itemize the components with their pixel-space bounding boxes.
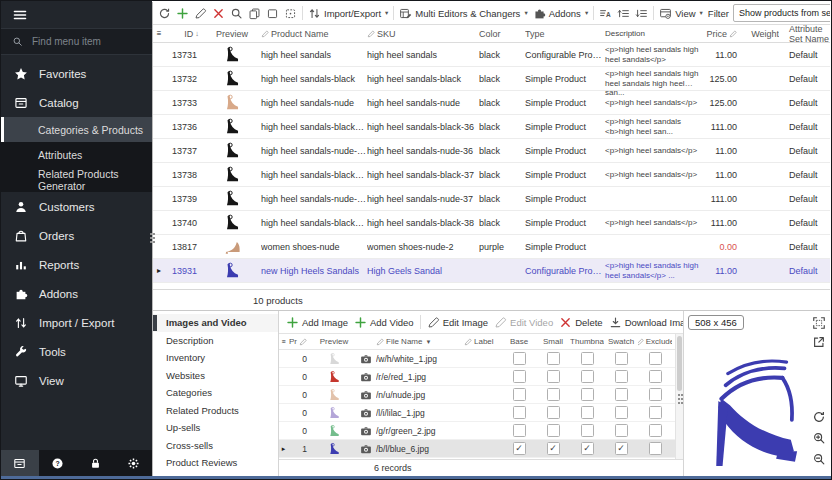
col-header-product-name[interactable]: Product Name [261, 29, 367, 39]
col-header-attribute-set[interactable]: Attribute Set Name [779, 24, 830, 44]
delete-button[interactable]: Delete [557, 313, 604, 331]
col-header-color[interactable]: Color [479, 29, 525, 39]
sidebar-item-attributes[interactable]: Attributes [1, 142, 152, 167]
checkbox[interactable] [649, 352, 662, 365]
product-row[interactable]: 13732high heel sandals-blackhigh heel sa… [153, 67, 830, 91]
product-image[interactable] [690, 327, 816, 477]
import-export-menu[interactable]: Import/Export▾ [306, 4, 390, 22]
checkbox[interactable]: ✓ [547, 442, 560, 455]
col-header-exclude[interactable]: Exclude [638, 337, 672, 346]
checkbox[interactable] [649, 442, 662, 455]
sidebar-item-tools[interactable]: Tools [1, 337, 152, 366]
col-header-swatch[interactable]: Swatch [604, 337, 638, 346]
checkbox[interactable] [547, 424, 560, 437]
tab-product-reviews[interactable]: Product Reviews [153, 454, 278, 472]
checkbox[interactable] [513, 388, 526, 401]
gear-button[interactable] [114, 450, 152, 476]
multi-editors-menu[interactable]: Multi Editors & Changers▾ [397, 4, 529, 22]
edit-video-button[interactable]: Edit Video [492, 313, 555, 331]
sidebar-item-view[interactable]: View [1, 366, 152, 395]
product-row[interactable]: 13733high heel sandals-nudehigh heel san… [153, 91, 830, 115]
col-header-preview[interactable]: Preview [203, 29, 261, 39]
sidebar-item-favorites[interactable]: Favorites [1, 59, 152, 88]
tab-websites[interactable]: Websites [153, 367, 278, 385]
tab-description[interactable]: Description [153, 332, 278, 350]
tab-categories[interactable]: Categories [153, 384, 278, 402]
col-header-type[interactable]: Type [525, 29, 605, 39]
sidebar-item-reports[interactable]: Reports [1, 250, 152, 279]
sidebar-item-orders[interactable]: Orders [1, 221, 152, 250]
product-row[interactable]: 13737high heel sandals-nude-36high heel … [153, 139, 830, 163]
product-row[interactable]: 13738high heel sandals-black-37high heel… [153, 163, 830, 187]
menu-search-input[interactable] [30, 35, 139, 48]
col-header-image-preview[interactable]: Preview [312, 337, 356, 346]
col-header-description[interactable]: Description [605, 29, 701, 38]
checkbox[interactable] [615, 424, 628, 437]
product-row[interactable]: 13739high heel sandals-nude-37high heel … [153, 187, 830, 211]
col-header-priority[interactable]: Pr [288, 337, 312, 346]
search-products-button[interactable] [228, 4, 245, 22]
sidebar-item-categories-products[interactable]: Categories & Products [1, 117, 152, 142]
add-video-button[interactable]: Add Video [352, 313, 416, 331]
col-header-id[interactable]: ID↓ [165, 29, 203, 39]
checkbox[interactable] [513, 424, 526, 437]
product-row[interactable]: 13740high heel sandals-black-38high heel… [153, 211, 830, 235]
checkbox[interactable]: ✓ [581, 442, 594, 455]
checkbox[interactable] [581, 388, 594, 401]
add-product-button[interactable] [174, 4, 191, 22]
sidebar-item-customers[interactable]: Customers [1, 192, 152, 221]
product-row[interactable]: ▸13931new High Heels SandalsHigh Geels S… [153, 259, 830, 283]
checkbox[interactable] [547, 388, 560, 401]
add-image-button[interactable]: Add Image [284, 313, 350, 331]
col-header-thumbnail[interactable]: Thumbna [570, 337, 604, 346]
image-row[interactable]: 0/n/u/nude.jpg [279, 386, 683, 404]
checkbox[interactable] [581, 370, 594, 383]
checkbox[interactable] [581, 406, 594, 419]
checkbox[interactable] [513, 352, 526, 365]
col-header-weight[interactable]: Weight [745, 29, 779, 39]
image-row[interactable]: ▸1/b/l/blue_6.jpg✓✓✓✓ [279, 440, 683, 458]
checkbox[interactable]: ✓ [615, 442, 628, 455]
product-row[interactable]: 13731high heel sandalshigh heel sandalsb… [153, 43, 830, 67]
rotate-icon[interactable] [812, 410, 826, 424]
expand-rows-button[interactable] [615, 4, 632, 22]
col-header-base[interactable]: Base [502, 337, 536, 346]
tab-related-products[interactable]: Related Products [153, 402, 278, 420]
checkbox[interactable] [615, 388, 628, 401]
sidebar-item-related-products-generator[interactable]: Related Products Generator [1, 167, 152, 192]
duplicate-button[interactable] [282, 4, 299, 22]
checkbox[interactable] [547, 352, 560, 365]
checkbox[interactable] [649, 388, 662, 401]
product-row[interactable]: 13817women shoes-nudewomen shoes-nude-2p… [153, 235, 830, 259]
archive-button[interactable] [1, 450, 39, 476]
image-row[interactable]: 0/g/r/green_2.jpg [279, 422, 683, 440]
refresh-button[interactable] [156, 4, 173, 22]
col-header-file-name[interactable]: File Name▼ [376, 337, 464, 346]
lock-button[interactable] [77, 450, 115, 476]
edit-image-button[interactable]: Edit Image [425, 313, 490, 331]
checkbox[interactable]: ✓ [513, 442, 526, 455]
sidebar-item-import-export[interactable]: Import / Export [1, 308, 152, 337]
col-header-label[interactable]: Label [464, 337, 502, 346]
image-row[interactable]: 0/w/h/white_1.jpg [279, 350, 683, 368]
hamburger-menu-button[interactable] [1, 1, 152, 28]
edit-product-button[interactable] [192, 4, 209, 22]
col-header-small[interactable]: Small [536, 337, 570, 346]
checkbox[interactable] [581, 352, 594, 365]
scrollbar-thumb[interactable] [677, 336, 682, 391]
checkbox[interactable] [649, 370, 662, 383]
collapse-rows-button[interactable] [633, 4, 650, 22]
category-filter-select[interactable]: Show products from selected categories▾ [733, 4, 830, 22]
images-scrollbar[interactable] [675, 334, 683, 459]
tab-inventory[interactable]: Inventory [153, 349, 278, 367]
delete-product-button[interactable] [210, 4, 227, 22]
checkbox[interactable] [615, 370, 628, 383]
view-menu[interactable]: View▾ [657, 4, 705, 22]
image-row[interactable]: 0/l/i/lilac_1.jpg [279, 404, 683, 422]
copy-button[interactable] [246, 4, 263, 22]
paste-button[interactable] [264, 4, 281, 22]
checkbox[interactable] [615, 352, 628, 365]
checkbox[interactable] [581, 424, 594, 437]
zoom-out-icon[interactable] [812, 452, 826, 466]
tab-up-sells[interactable]: Up-sells [153, 419, 278, 437]
